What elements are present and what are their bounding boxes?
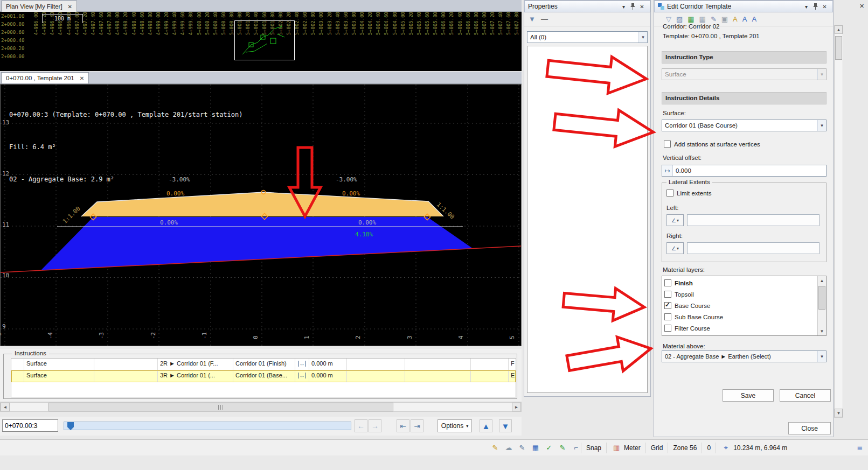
layers-icon[interactable]: ≣ <box>855 443 865 452</box>
properties-titlebar[interactable]: Properties ▾ ✕ <box>524 1 650 12</box>
sheet-edit-icon[interactable]: ✎ <box>517 443 527 453</box>
station-label: 5+006.60 <box>466 12 471 35</box>
chevron-down-icon[interactable]: ▾ <box>619 2 628 11</box>
move-down-button[interactable]: ▼ <box>499 419 512 432</box>
grid-display-icon[interactable]: ▦ <box>531 443 540 453</box>
collapse-icon[interactable]: — <box>541 15 548 24</box>
left-extent-input[interactable] <box>687 214 820 226</box>
add-stations-checkbox[interactable] <box>664 141 671 148</box>
display-style-icon[interactable]: ▨ <box>676 15 683 24</box>
instruction-row[interactable]: Surface 2R ► Corridor 01 (F... Corridor … <box>11 359 516 370</box>
scroll-left-button[interactable]: ◄ <box>1 403 10 411</box>
material-layer-checkbox[interactable] <box>664 279 671 286</box>
edit-check-icon[interactable]: ✎ <box>558 443 567 453</box>
pin-icon[interactable] <box>628 2 637 11</box>
plan-view-canvas[interactable]: 2+001.002+000.802+000.602+000.402+000.20… <box>0 12 522 71</box>
view-locator-box[interactable] <box>234 20 295 60</box>
edit-panel-titlebar[interactable]: Edit Corridor Template ▾ ✕ <box>654 1 833 12</box>
hscroll-thumb[interactable] <box>48 403 393 411</box>
constraint-icon[interactable]: ▣ <box>721 15 728 24</box>
close-icon[interactable]: ✕ <box>68 4 72 10</box>
right-extent-mode-combo[interactable]: ∠ ▾ <box>666 242 684 254</box>
material-layers-scrollbar[interactable]: ▲ ▼ <box>817 276 826 335</box>
material-layers-list[interactable]: Finish Topsoil Base Course Sub B <box>662 276 827 336</box>
tab-plan-view[interactable]: Plan View [My Filter] ✕ <box>1 1 77 12</box>
close-icon[interactable]: ✕ <box>80 75 84 81</box>
material-layer-checkbox[interactable] <box>664 302 671 309</box>
filter-icon[interactable]: ▼ <box>529 15 536 24</box>
previous-station-button[interactable]: ⇤ <box>397 419 409 432</box>
material-layer-item[interactable]: Sub Base Course <box>662 311 817 322</box>
scroll-up-button[interactable]: ▲ <box>818 276 826 285</box>
station-input[interactable] <box>2 419 58 432</box>
material-layer-item[interactable]: Topsoil <box>662 289 817 300</box>
close-icon[interactable]: ✕ <box>637 2 647 11</box>
preview-caret-icon[interactable]: ▽ <box>666 15 671 24</box>
corner-icon[interactable]: ⌐ <box>571 443 581 453</box>
snap-check-icon[interactable]: ✓ <box>544 443 554 453</box>
units-status[interactable]: ▥ Meter <box>606 443 645 453</box>
edit-component-icon[interactable]: ✎ <box>711 15 717 24</box>
instruction-row[interactable]: Surface 3R ► Corridor 01 (... Corridor 0… <box>11 370 516 382</box>
cross-section-canvas[interactable]: 0+070.00:3 (Template: 0+070.00 , Templat… <box>0 84 522 346</box>
label-lock-blue-icon[interactable]: A <box>742 15 747 24</box>
slope-label-top-left: -3.00% <box>169 176 190 183</box>
scroll-right-button[interactable]: ► <box>512 403 521 411</box>
cloud-icon[interactable]: ☁ <box>504 443 513 453</box>
vertical-offset-icon[interactable]: ↦ <box>662 165 673 176</box>
pin-icon[interactable] <box>811 2 820 11</box>
add-component-icon[interactable]: ▦ <box>688 15 694 24</box>
instruction-cell-7 <box>347 370 405 382</box>
station-slider[interactable] <box>64 422 351 430</box>
vertical-offset-value[interactable]: 0.000 <box>673 167 694 174</box>
material-above-combo[interactable]: 02 - Aggregate Base ► Earthen (Select) ▾ <box>662 350 827 362</box>
properties-filter-combo[interactable]: All (0) ▾ <box>527 31 648 43</box>
material-layer-item[interactable]: Finish <box>662 277 817 289</box>
close-button[interactable]: Close <box>788 422 831 434</box>
row-selector-cell[interactable] <box>11 359 24 370</box>
material-layer-item[interactable]: Filter Course <box>662 322 817 334</box>
label-lock-blue2-icon[interactable]: A <box>752 15 756 24</box>
cancel-button[interactable]: Cancel <box>780 389 831 402</box>
window-close-icon[interactable]: ✕ <box>858 2 866 10</box>
move-up-button[interactable]: ▲ <box>480 419 492 432</box>
component-icon[interactable]: ▦ <box>699 15 706 24</box>
save-button[interactable]: Save <box>723 389 774 402</box>
modify-icon[interactable]: ✎ <box>490 443 500 453</box>
vscroll-thumb[interactable] <box>835 36 842 60</box>
station-slider-thumb[interactable] <box>67 422 74 430</box>
vertical-scrollbar[interactable]: ▲ ▼ <box>834 25 843 418</box>
chevron-down-icon[interactable]: ▾ <box>802 2 811 11</box>
snap-status[interactable]: Snap <box>581 443 606 453</box>
material-layer-checkbox[interactable] <box>664 291 671 298</box>
zone-status[interactable]: Zone 56 <box>668 443 702 453</box>
scroll-down-button[interactable]: ▼ <box>835 409 843 417</box>
station-label: 5+003.80 <box>351 12 357 35</box>
tab-cross-section[interactable]: 0+070.00 , Template 201 ✕ <box>1 72 89 83</box>
right-extent-input[interactable] <box>687 242 820 254</box>
station-label: 5+003.20 <box>327 12 332 35</box>
options-button[interactable]: Options ▾ <box>438 419 472 432</box>
close-icon[interactable]: ✕ <box>820 2 829 11</box>
next-button[interactable]: → <box>369 419 381 432</box>
label-lock-yellow-icon[interactable]: A <box>733 15 738 24</box>
vertical-offset-field[interactable]: ↦ 0.000 <box>662 165 827 177</box>
row-selector-cell[interactable] <box>11 370 24 382</box>
grid-status[interactable]: Grid <box>645 443 668 453</box>
left-extent-mode-combo[interactable]: ∠ ▾ <box>666 214 684 226</box>
horizontal-scrollbar[interactable]: ◄ ► <box>0 402 522 412</box>
properties-list[interactable] <box>527 46 648 393</box>
properties-toolbar: ▼ — <box>524 12 650 26</box>
scroll-up-button[interactable]: ▲ <box>835 25 843 34</box>
material-layer-checkbox[interactable] <box>664 313 671 320</box>
surface-combo[interactable]: Corridor 01 (Base Course) ▾ <box>662 120 827 131</box>
material-layer-item[interactable]: Earthen <box>662 334 817 336</box>
scrollbar-thumb[interactable] <box>818 286 825 310</box>
scroll-down-button[interactable]: ▼ <box>818 327 826 335</box>
material-layer-checkbox[interactable] <box>664 325 671 332</box>
hscroll-track[interactable] <box>10 403 512 411</box>
previous-button[interactable]: ← <box>355 419 367 432</box>
material-layer-item[interactable]: Base Course <box>662 300 817 311</box>
next-station-button[interactable]: ⇥ <box>411 419 423 432</box>
limit-extents-checkbox[interactable] <box>666 190 673 197</box>
